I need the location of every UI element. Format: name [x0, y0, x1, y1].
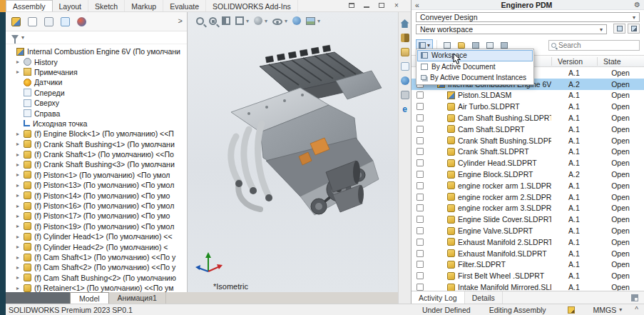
view-palette-icon[interactable]	[401, 62, 409, 71]
table-row[interactable]: engine rocker arm 3.SLDPRT A.1 Open	[412, 203, 644, 214]
row-checkbox[interactable]	[416, 194, 424, 201]
appearances-icon[interactable]	[401, 76, 409, 85]
tree-item[interactable]: ▸ (f) Cam Shaft Bushing<2> (По умолчанию	[6, 273, 187, 283]
tree-item[interactable]: ▸ (f) Piston<13> (По умолчанию) <По умол	[6, 180, 187, 190]
row-checkbox[interactable]	[416, 126, 424, 133]
tree-item[interactable]: ▸ (f) Cylinder Head<2> (По умолчанию) <	[6, 241, 187, 251]
restore-icon[interactable]	[377, 1, 386, 9]
table-row[interactable]: First Belt Wheel .SLDPRT A.1 Open	[412, 270, 644, 281]
tree-expand-icon[interactable]: ▸	[16, 274, 24, 281]
command-tab[interactable]: Layout	[53, 0, 89, 11]
tree-expand-icon[interactable]: ▸	[16, 131, 24, 137]
gear-icon[interactable]: ⚙	[634, 1, 640, 9]
tree-expand-icon[interactable]: ▸	[16, 254, 24, 261]
view-orientation-icon[interactable]	[235, 16, 244, 25]
grid-icon[interactable]	[631, 294, 638, 301]
view-mode-select[interactable]: New workspace ▾	[416, 24, 607, 34]
tree-item[interactable]: ▸ (f) Crank Shaft Bushing<1> (По умолчан…	[6, 139, 187, 149]
tree-item[interactable]: ▸ (f) Piston<17> (По умолчанию) <По умо	[6, 211, 187, 221]
configuration-manager-tab-icon[interactable]	[44, 17, 53, 26]
row-checkbox[interactable]	[416, 284, 424, 291]
row-checkbox[interactable]	[416, 114, 424, 121]
dimxpert-tab-icon[interactable]	[61, 17, 70, 26]
table-row[interactable]: Cam Shaft.SLDPRT A.1 Open	[412, 124, 644, 135]
panel-flyout-icon[interactable]: >	[178, 16, 183, 25]
caret-icon[interactable]: ▾	[246, 18, 249, 24]
display-manager-tab-icon[interactable]	[77, 17, 86, 26]
tree-item[interactable]: ▸ History	[6, 56, 187, 66]
expand-statusbar-icon[interactable]: ^	[635, 306, 638, 314]
table-row[interactable]: Crank Shaft Bushing.SLDPRT A.1 Open	[412, 135, 644, 146]
tree-expand-icon[interactable]: ▸	[16, 234, 24, 240]
command-tab[interactable]: Assembly	[6, 0, 53, 11]
tree-item[interactable]: ▸ (f) Cylinder Head<1> (По умолчанию) <<	[6, 231, 187, 241]
tree-expand-icon[interactable]: ▸	[16, 59, 24, 65]
tree-item[interactable]: Internal Combustion Engine 6V (По умолча…	[6, 46, 187, 56]
tree-expand-icon[interactable]: ▸	[16, 141, 24, 147]
row-checkbox[interactable]	[416, 159, 424, 166]
tree-item[interactable]: ▸ (f) Retainer<1> (По умолчанию) <<По ум	[6, 283, 187, 292]
tree-expand-icon[interactable]: ▸	[16, 192, 24, 199]
zoom-area-icon[interactable]	[209, 17, 217, 25]
table-row[interactable]: Piston.SLDASM A.1 Open	[412, 90, 644, 101]
section-view-icon[interactable]	[222, 16, 230, 25]
row-checkbox[interactable]	[416, 171, 424, 178]
table-row[interactable]: Engine Block.SLDPRT A.2 Open	[412, 169, 644, 180]
home-icon[interactable]	[401, 19, 409, 28]
table-row[interactable]: engine rocker arm 1.SLDPRT A.1 Open	[412, 180, 644, 191]
row-checkbox[interactable]	[416, 261, 424, 268]
popout-icon[interactable]	[347, 1, 356, 9]
engine-3d-model[interactable]	[192, 42, 395, 264]
filter-icon[interactable]	[11, 35, 19, 40]
command-tab[interactable]: Sketch	[88, 0, 125, 11]
tree-expand-icon[interactable]: ▸	[16, 223, 24, 229]
tab-details[interactable]: Details	[465, 291, 503, 304]
caret-icon[interactable]: ▾	[317, 18, 320, 24]
tree-expand-icon[interactable]: ▸	[16, 213, 24, 219]
tree-expand-icon[interactable]: ▸	[16, 264, 24, 271]
tree-item[interactable]: ▸ (f) Crank Shaft<1> (По умолчанию) <<По	[6, 149, 187, 159]
tree-expand-icon[interactable]: ▸	[16, 151, 24, 158]
save-workspace-button[interactable]	[613, 24, 625, 34]
tree-expand-icon[interactable]: ▸	[16, 171, 24, 178]
edit-workspace-button[interactable]	[628, 24, 640, 34]
menu-item[interactable]: Workspace	[417, 50, 533, 61]
tree-item[interactable]: Датчики	[6, 77, 187, 87]
row-checkbox[interactable]	[416, 148, 424, 155]
table-row[interactable]: Engine Valve.SLDPRT A.1 Open	[412, 225, 644, 236]
tree-expand-icon[interactable]: ▸	[16, 203, 24, 209]
hide-show-items-icon[interactable]	[272, 19, 282, 25]
graphics-viewport[interactable]: ▾ ▾ ▾ ▾	[188, 12, 398, 292]
table-row[interactable]: Crank Shaft.SLDPRT A.1 Open	[412, 146, 644, 158]
tree-expand-icon[interactable]: ▸	[16, 285, 24, 291]
table-row[interactable]: engine rocker arm 2.SLDPRT A.1 Open	[412, 191, 644, 203]
row-checkbox[interactable]	[416, 250, 424, 257]
row-checkbox[interactable]	[416, 227, 424, 234]
row-checkbox[interactable]	[416, 216, 424, 223]
file-explorer-icon[interactable]	[401, 48, 409, 56]
tab-activity-log[interactable]: Activity Log	[412, 291, 465, 304]
tree-expand-icon[interactable]: ▸	[16, 182, 24, 189]
table-row[interactable]: Cam Shaft Bushing.SLDPRT A.1 Open	[412, 112, 644, 124]
table-row[interactable]: Exhaust Manifold 2.SLDPRT A.1 Open	[412, 236, 644, 248]
apply-scene-icon[interactable]	[306, 17, 315, 25]
row-checkbox[interactable]	[416, 204, 424, 211]
feature-tree-tab-icon[interactable]	[11, 17, 21, 26]
tree-item[interactable]: Спереди	[6, 88, 187, 98]
version-column-header[interactable]: Version	[551, 57, 597, 66]
state-column-header[interactable]: State	[597, 57, 644, 66]
chevron-down-icon[interactable]: ▾	[619, 306, 622, 313]
command-tab[interactable]: Evaluate	[163, 0, 206, 11]
tree-item[interactable]: Справа	[6, 108, 187, 118]
tree-item[interactable]: Сверху	[6, 98, 187, 108]
tree-expand-icon[interactable]: ▸	[16, 161, 24, 168]
tree-item[interactable]: ▸ (f) Engine Block<1> (По умолчанию) <<П	[6, 129, 187, 139]
menu-item[interactable]: By Active Document	[417, 61, 533, 73]
row-checkbox[interactable]	[416, 103, 424, 110]
tree-item[interactable]: ▸ (f) Piston<1> (По умолчанию) <По умол	[6, 170, 187, 180]
tab-scroll-area[interactable]	[6, 292, 70, 304]
command-tab[interactable]: SOLIDWORKS Add-Ins	[206, 0, 298, 11]
table-row[interactable]: Air Turbo.SLDPRT A.1 Open	[412, 101, 644, 112]
tree-item[interactable]: ▸ (f) Cam Shaft<2> (По умолчанию) <<По у	[6, 262, 187, 272]
tree-item[interactable]: ▸ (f) Crank Shaft Bushing<3> (По умолчан…	[6, 159, 187, 169]
